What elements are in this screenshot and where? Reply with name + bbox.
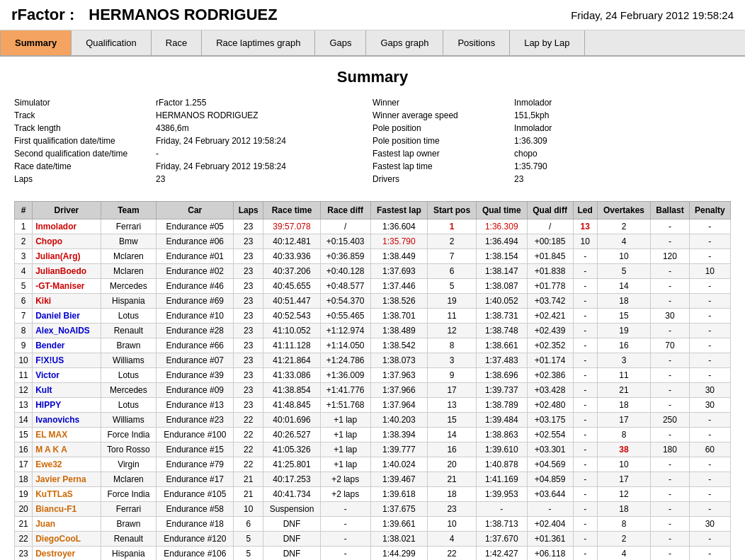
driver-name: -GT-Maniser: [33, 279, 101, 294]
table-row: 21JuanBrawnEndurance #186DNF-1:39.661101…: [15, 517, 731, 532]
col-team: Team: [101, 202, 156, 219]
driver-name: Ewe32: [33, 457, 101, 472]
tab-race-laptimes-graph[interactable]: Race laptimes graph: [202, 30, 315, 55]
val-laps: 23: [156, 174, 165, 184]
tab-summary[interactable]: Summary: [0, 30, 72, 55]
lbl-track-length: Track length: [14, 123, 156, 133]
info-left: SimulatorrFactor 1.255 TrackHERMANOS ROD…: [14, 98, 372, 187]
driver-name: F!X!US: [33, 353, 101, 368]
col-qual-time: Qual time: [476, 202, 527, 219]
driver-name: KuTTLaS: [33, 487, 101, 502]
driver-name: Juan: [33, 517, 101, 532]
header: rFactor : HERMANOS RODRIGUEZ Friday, 24 …: [0, 0, 745, 30]
val-pole-time: 1:36.309: [514, 136, 547, 146]
table-row: 15EL MAXForce IndiaEndurance #1002240:26…: [15, 428, 731, 442]
info-right: WinnerInmolador Winner average speed151,…: [372, 98, 731, 187]
val-simulator: rFactor 1.255: [156, 98, 206, 108]
col-driver: Driver: [33, 202, 101, 219]
table-row: 9BenderBrawnEndurance #662341:11.128+1:1…: [15, 338, 731, 353]
val-first-qual: Friday, 24 February 2012 19:58:24: [156, 136, 286, 146]
lbl-pole: Pole position: [372, 123, 514, 133]
val-fastest-time: 1:35.790: [514, 161, 547, 171]
lbl-drivers: Drivers: [372, 174, 514, 184]
table-row: 3Julian(Arg)MclarenEndurance #012340:33.…: [15, 249, 731, 264]
lbl-race-datetime: Race date/time: [14, 161, 156, 171]
table-row: 2ChopoBmwEndurance #062340:12.481+0:15.4…: [15, 234, 731, 249]
table-row: 6KikiHispaniaEndurance #692340:51.447+0:…: [15, 294, 731, 309]
lbl-laps: Laps: [14, 174, 156, 184]
table-row: 16M A K AToro RossoEndurance #152241:05.…: [15, 442, 731, 457]
driver-name: Javier Perna: [33, 472, 101, 487]
table-row: 1InmoladorFerrariEndurance #052339:57.07…: [15, 219, 731, 234]
tab-gaps-graph[interactable]: Gaps graph: [366, 30, 443, 55]
header-datetime: Friday, 24 February 2012 19:58:24: [571, 9, 734, 21]
driver-name: JulianBoedo: [33, 264, 101, 279]
driver-name: Biancu-F1: [33, 502, 101, 517]
val-fastest-owner: chopo: [514, 149, 538, 159]
lbl-winner-speed: Winner average speed: [372, 110, 514, 120]
driver-name: EL MAX: [33, 428, 101, 442]
col-race-diff: Race diff: [320, 202, 370, 219]
driver-name: Julian(Arg): [33, 249, 101, 264]
table-row: 8Alex_NoAIDSRenaultEndurance #282341:10.…: [15, 324, 731, 338]
col-overtakes: Overtakes: [597, 202, 651, 219]
driver-name: Daniel Bier: [33, 309, 101, 324]
lbl-pole-time: Pole position time: [372, 136, 514, 146]
driver-name: Victor: [33, 368, 101, 383]
val-winner-speed: 151,5kph: [514, 110, 549, 120]
col-laps: Laps: [234, 202, 263, 219]
table-row: 20Biancu-F1FerrariEndurance #5810Suspens…: [15, 502, 731, 517]
table-row: 13HIPPYLotusEndurance #132341:48.845+1:5…: [15, 398, 731, 413]
lbl-winner: Winner: [372, 98, 514, 108]
lbl-simulator: Simulator: [14, 98, 156, 108]
lbl-fastest-owner: Fastest lap owner: [372, 149, 514, 159]
page-title: Summary: [14, 68, 731, 86]
driver-name: Destroyer: [33, 547, 101, 561]
driver-name: Chopo: [33, 234, 101, 249]
table-row: 11VictorLotusEndurance #392341:33.086+1:…: [15, 368, 731, 383]
table-row: 22DiegoCooLRenaultEndurance #1205DNF-1:3…: [15, 532, 731, 547]
driver-name: Kiki: [33, 294, 101, 309]
tab-qualification[interactable]: Qualification: [72, 30, 152, 55]
table-row: 17Ewe32VirginEndurance #792241:25.801+1 …: [15, 457, 731, 472]
col-start-pos: Start pos: [428, 202, 477, 219]
nav-tabs: Summary Qualification Race Race laptimes…: [0, 30, 745, 57]
col-qual-diff: Qual diff: [527, 202, 573, 219]
driver-name: DiegoCooL: [33, 532, 101, 547]
tab-positions[interactable]: Positions: [443, 30, 510, 55]
table-row: 7Daniel BierLotusEndurance #102340:52.54…: [15, 309, 731, 324]
track-name: HERMANOS RODRIGUEZ: [89, 6, 277, 24]
content-area: Summary SimulatorrFactor 1.255 TrackHERM…: [0, 57, 745, 560]
driver-name: Inmolador: [33, 219, 101, 234]
val-race-datetime: Friday, 24 February 2012 19:58:24: [156, 161, 286, 171]
driver-name: Kult: [33, 383, 101, 398]
table-header-row: # Driver Team Car Laps Race time Race di…: [15, 202, 731, 219]
table-row: 18Javier PernaMclarenEndurance #172140:1…: [15, 472, 731, 487]
table-row: 5-GT-ManiserMercedesEndurance #462340:45…: [15, 279, 731, 294]
col-pos: #: [15, 202, 33, 219]
val-drivers: 23: [514, 174, 523, 184]
table-row: 10F!X!USWilliamsEndurance #072341:21.864…: [15, 353, 731, 368]
results-table: # Driver Team Car Laps Race time Race di…: [14, 201, 731, 560]
col-race-time: Race time: [263, 202, 321, 219]
lbl-first-qual: First qualification date/time: [14, 136, 156, 146]
val-pole: Inmolador: [514, 123, 552, 133]
tab-gaps[interactable]: Gaps: [315, 30, 366, 55]
col-penalty: Penalty: [689, 202, 730, 219]
driver-name: M A K A: [33, 442, 101, 457]
col-led: Led: [573, 202, 597, 219]
lbl-fastest-time: Fastest lap time: [372, 161, 514, 171]
lbl-second-qual: Second qualification date/time: [14, 149, 156, 159]
driver-name: Alex_NoAIDS: [33, 324, 101, 338]
table-row: 23DestroyerHispaniaEndurance #1065DNF-1:…: [15, 547, 731, 561]
brand-label: rFactor :: [11, 6, 74, 24]
tab-race[interactable]: Race: [152, 30, 202, 55]
driver-name: Bender: [33, 338, 101, 353]
val-winner: Inmolador: [514, 98, 552, 108]
table-row: 12KultMercedesEndurance #092341:38.854+1…: [15, 383, 731, 398]
tab-lap-by-lap[interactable]: Lap by Lap: [510, 30, 584, 55]
summary-info: SimulatorrFactor 1.255 TrackHERMANOS ROD…: [14, 98, 731, 187]
val-track: HERMANOS RODRIGUEZ: [156, 110, 258, 120]
driver-name: HIPPY: [33, 398, 101, 413]
val-track-length: 4386,6m: [156, 123, 189, 133]
